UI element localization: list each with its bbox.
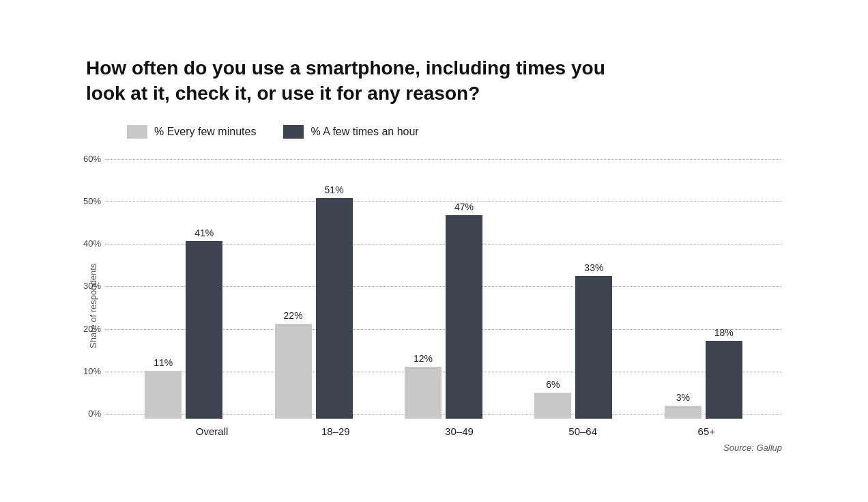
light-bar-wrap: 22% (275, 310, 312, 419)
grid-and-bars: 60%50%40%30%20%10%0% 11%41%22%51%12%47%6… (105, 159, 782, 419)
legend: % Every few minutes % A few times an hou… (127, 125, 782, 139)
light-bar-wrap: 12% (405, 353, 442, 419)
bar-pair: 11%41% (145, 227, 222, 419)
light-bar (405, 367, 442, 419)
y-axis-label: Share of respondents (86, 159, 100, 453)
legend-label-light: % Every few minutes (154, 126, 256, 138)
dark-bar (446, 215, 482, 419)
light-bar-label: 22% (284, 310, 303, 321)
x-axis-label: 65+ (665, 426, 747, 437)
x-axis-label: 18–29 (295, 426, 377, 437)
legend-label-dark: % A few times an hour (310, 126, 418, 138)
dark-bar-wrap: 33% (575, 262, 612, 419)
bar-pair: 3%18% (665, 327, 742, 419)
dark-bar-label: 51% (325, 184, 344, 195)
legend-item-dark: % A few times an hour (283, 125, 418, 139)
dark-bar-label: 33% (584, 262, 603, 273)
bar-group: 6%33% (534, 262, 612, 419)
x-axis: Overall18–2930–4950–6465+ (136, 419, 782, 437)
dark-bar-label: 41% (194, 227, 214, 238)
dark-bar-label: 18% (714, 327, 734, 338)
light-bar-wrap: 11% (145, 357, 182, 419)
dark-bar (186, 241, 222, 419)
dark-bar-wrap: 18% (706, 327, 742, 419)
dark-bar-label: 47% (454, 201, 474, 212)
bar-group: 12%47% (405, 201, 482, 419)
bar-pair: 22%51% (275, 184, 353, 419)
dark-bar-wrap: 41% (186, 227, 222, 419)
bar-group: 3%18% (665, 327, 742, 419)
light-bar (665, 406, 701, 419)
light-bar-label: 3% (676, 392, 690, 403)
light-bar (275, 324, 312, 419)
light-bar-wrap: 3% (665, 392, 701, 419)
bar-pair: 6%33% (534, 262, 612, 419)
chart-title: How often do you use a smartphone, inclu… (86, 56, 646, 106)
x-axis-label: 30–49 (418, 426, 500, 437)
legend-swatch-light (127, 125, 147, 139)
legend-swatch-dark (283, 125, 304, 139)
light-bar-wrap: 6% (534, 379, 571, 419)
light-bar-label: 11% (154, 357, 173, 368)
dark-bar (706, 341, 742, 419)
dark-bar (575, 276, 612, 419)
light-bar (534, 393, 571, 419)
bar-group: 22%51% (275, 184, 353, 419)
legend-item-light: % Every few minutes (127, 125, 256, 139)
chart-inner: 60%50%40%30%20%10%0% 11%41%22%51%12%47%6… (105, 159, 782, 453)
x-axis-label: Overall (171, 426, 253, 437)
bar-group: 11%41% (145, 227, 222, 419)
light-bar-label: 12% (414, 353, 433, 364)
chart-area: Share of respondents 60%50%40%30%20%10%0… (86, 159, 782, 453)
chart-container: How often do you use a smartphone, inclu… (59, 29, 809, 473)
dark-bar-wrap: 51% (316, 184, 353, 419)
light-bar-label: 6% (546, 379, 560, 390)
x-axis-label: 50–64 (542, 426, 624, 437)
source: Source: Gallup (105, 443, 782, 453)
light-bar (145, 371, 182, 419)
bars-row: 11%41%22%51%12%47%6%33%3%18% (105, 159, 782, 419)
dark-bar-wrap: 47% (446, 201, 482, 419)
dark-bar (316, 198, 353, 419)
bar-pair: 12%47% (405, 201, 482, 419)
